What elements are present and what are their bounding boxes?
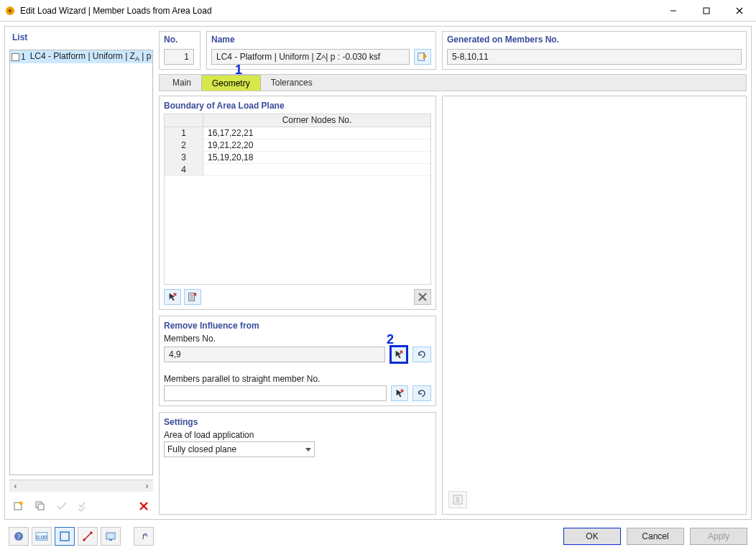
function-button[interactable]: f xyxy=(134,527,154,546)
svg-text:f: f xyxy=(142,532,145,541)
remove-influence-title: Remove Influence from xyxy=(164,321,431,331)
check-all-button[interactable] xyxy=(74,498,93,515)
generated-box: Generated on Members No. xyxy=(442,31,747,70)
members-no-input[interactable] xyxy=(164,347,385,362)
table-row[interactable]: 3 15,19,20,18 xyxy=(165,152,430,164)
annotation-1: 1 xyxy=(235,63,242,78)
svg-rect-12 xyxy=(60,532,69,541)
plane-view-button[interactable] xyxy=(55,527,75,546)
settings-title: Settings xyxy=(164,417,431,427)
pick-nodes-button[interactable] xyxy=(164,289,181,305)
bottom-left-toolbar: ? 0,00 f xyxy=(9,527,154,546)
row-value[interactable]: 16,17,22,21 xyxy=(203,127,430,139)
window-controls xyxy=(657,0,756,21)
maximize-button[interactable] xyxy=(690,0,723,21)
row-value[interactable]: 19,21,22,20 xyxy=(203,139,430,151)
row-value[interactable] xyxy=(203,164,430,175)
member-view-button[interactable] xyxy=(78,527,98,546)
units-button[interactable]: 0,00 xyxy=(32,527,52,546)
list-horizontal-scrollbar[interactable]: ‹ › xyxy=(9,480,153,492)
pick-members-button[interactable] xyxy=(389,345,408,364)
titlebar: Edit Load Wizard | Member Loads from Are… xyxy=(0,0,756,22)
chevron-down-icon xyxy=(305,448,311,452)
row-no: 2 xyxy=(165,139,203,151)
close-button[interactable] xyxy=(723,0,756,21)
apply-button[interactable]: Apply xyxy=(690,528,747,545)
cancel-button[interactable]: Cancel xyxy=(627,528,684,545)
new-item-button[interactable] xyxy=(9,498,28,515)
generated-field[interactable] xyxy=(447,49,742,65)
tab-content-row: Boundary of Area Load Plane Corner Nodes… xyxy=(159,96,747,515)
preview-panel xyxy=(442,96,747,515)
check-button[interactable] xyxy=(52,498,71,515)
delete-item-button[interactable] xyxy=(134,498,153,515)
row-no: 3 xyxy=(165,152,203,163)
tab-geometry[interactable]: Geometry 1 xyxy=(201,75,261,91)
no-label: No. xyxy=(164,35,195,46)
scroll-right-icon[interactable]: › xyxy=(141,481,153,492)
parallel-label: Members parallel to straight member No. xyxy=(164,374,431,384)
tabs-bar: Main Geometry 1 Tolerances xyxy=(159,74,747,91)
app-icon xyxy=(4,5,16,17)
edit-name-button[interactable] xyxy=(414,49,431,65)
settings-section: Settings Area of load application Fully … xyxy=(159,412,436,515)
list-item-no: 1 xyxy=(21,52,26,62)
table-row[interactable]: 2 19,21,22,20 xyxy=(165,139,430,152)
list-item-text: LC4 - Platform | Uniform | ZA | p : xyxy=(30,51,152,63)
tab-geometry-label: Geometry xyxy=(212,78,250,88)
svg-rect-16 xyxy=(109,539,112,541)
svg-point-14 xyxy=(90,531,93,534)
boundary-header-label: Corner Nodes No. xyxy=(203,114,430,127)
list-heading: List xyxy=(9,31,153,45)
name-label: Name xyxy=(211,35,431,46)
main-column: No. Name LC4 - Platform | Uniform | ZA |… xyxy=(159,31,747,515)
dialog-buttons: OK Cancel Apply xyxy=(563,528,747,545)
window-title: Edit Load Wizard | Member Loads from Are… xyxy=(20,6,657,16)
pick-parallel-button[interactable] xyxy=(391,385,408,401)
edit-table-button[interactable] xyxy=(184,289,201,305)
bottom-bar: ? 0,00 f OK Cancel Apply xyxy=(4,520,752,549)
boundary-table[interactable]: Corner Nodes No. 1 16,17,22,21 2 19,21,2… xyxy=(164,114,431,285)
svg-text:0,00: 0,00 xyxy=(36,534,47,541)
reset-parallel-button[interactable] xyxy=(412,385,431,401)
no-box: No. xyxy=(159,31,200,70)
left-toolbar xyxy=(9,496,153,515)
settings-label: Area of load application xyxy=(164,430,431,440)
list-item[interactable]: 1 LC4 - Platform | Uniform | ZA | p : xyxy=(10,50,152,63)
svg-rect-1 xyxy=(704,8,709,14)
boundary-title: Boundary of Area Load Plane xyxy=(164,101,431,111)
scroll-left-icon[interactable]: ‹ xyxy=(9,481,22,492)
delete-row-button[interactable] xyxy=(414,289,431,305)
list-box[interactable]: 1 LC4 - Platform | Uniform | ZA | p : xyxy=(9,50,153,475)
table-row[interactable]: 1 16,17,22,21 xyxy=(165,127,430,139)
list-item-checkbox[interactable] xyxy=(11,52,19,62)
row-value[interactable]: 15,19,20,18 xyxy=(203,152,430,163)
ok-button[interactable]: OK xyxy=(563,528,621,545)
load-area-combobox[interactable]: Fully closed plane xyxy=(164,441,315,457)
tab-tolerances[interactable]: Tolerances xyxy=(261,75,323,91)
mid-column: Boundary of Area Load Plane Corner Nodes… xyxy=(159,96,436,515)
client-area: List 1 LC4 - Platform | Uniform | ZA | p… xyxy=(0,22,756,550)
svg-rect-4 xyxy=(38,504,44,510)
svg-rect-15 xyxy=(106,533,115,539)
display-settings-button[interactable] xyxy=(101,527,121,546)
workspace: List 1 LC4 - Platform | Uniform | ZA | p… xyxy=(4,26,752,520)
no-input[interactable] xyxy=(164,49,194,65)
svg-text:?: ? xyxy=(17,533,21,541)
copy-item-button[interactable] xyxy=(31,498,50,515)
svg-point-13 xyxy=(83,538,86,541)
combo-value: Fully closed plane xyxy=(167,444,236,454)
parallel-input[interactable] xyxy=(164,385,387,401)
reset-members-button[interactable] xyxy=(412,347,431,362)
tab-main[interactable]: Main xyxy=(162,75,201,91)
top-info-row: No. Name LC4 - Platform | Uniform | ZA |… xyxy=(159,31,747,70)
remove-influence-section: Remove Influence from 2 Members No. xyxy=(159,316,436,406)
preview-refresh-button[interactable] xyxy=(448,491,467,508)
row-no: 1 xyxy=(165,127,203,139)
row-no: 4 xyxy=(165,164,203,175)
table-row[interactable]: 4 xyxy=(165,164,430,176)
annotation-2: 2 xyxy=(387,332,394,347)
boundary-footer xyxy=(164,289,431,305)
help-button[interactable]: ? xyxy=(9,527,29,546)
minimize-button[interactable] xyxy=(657,0,690,21)
